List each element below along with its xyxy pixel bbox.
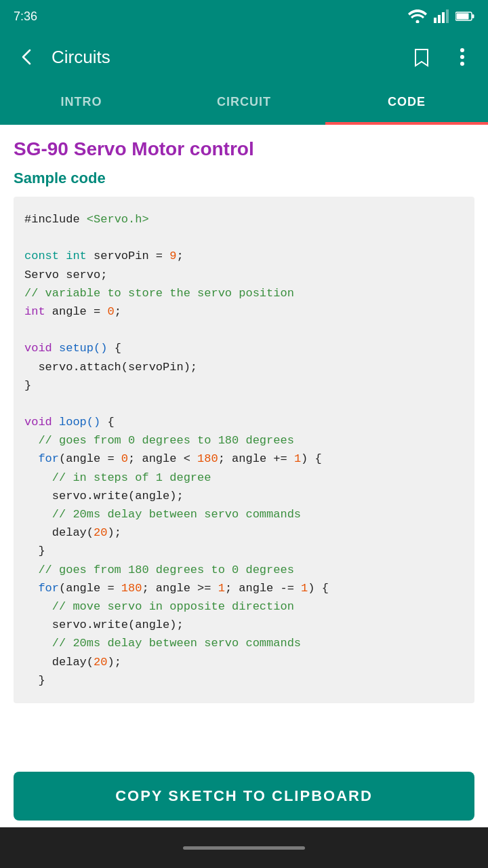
bottom-indicator — [183, 846, 305, 850]
code-line-12: void loop() { — [24, 413, 464, 431]
code-line-5: // variable to store the servo position — [24, 284, 464, 302]
svg-point-9 — [460, 55, 464, 59]
code-line-25: delay(20); — [24, 653, 464, 671]
code-line-6: int angle = 0; — [24, 302, 464, 321]
copy-button-container: COPY SKETCH TO CLIPBOARD — [0, 765, 488, 827]
status-bar-left: 7:36 — [14, 9, 37, 24]
code-line-3: const int servoPin = 9; — [24, 247, 464, 265]
battery-icon — [455, 11, 474, 22]
app-bar-title: Circuits — [52, 47, 396, 68]
bottom-bar — [0, 827, 488, 868]
code-line-4: Servo servo; — [24, 266, 464, 284]
status-bar-right — [408, 9, 474, 23]
code-line-22: // move servo in opposite direction — [24, 597, 464, 616]
status-bar: 7:36 — [0, 0, 488, 33]
wifi-icon — [408, 9, 427, 23]
svg-rect-2 — [438, 15, 441, 23]
code-line-18: delay(20); — [24, 524, 464, 542]
bookmark-button[interactable] — [407, 42, 436, 72]
copy-sketch-button[interactable]: COPY SKETCH TO CLIPBOARD — [14, 772, 474, 821]
code-line-15: // in steps of 1 degree — [24, 469, 464, 487]
svg-point-0 — [416, 20, 420, 24]
code-line-8: void setup() { — [24, 339, 464, 357]
code-line-10: } — [24, 376, 464, 395]
app-bar: Circuits — [0, 33, 488, 81]
code-line-9: servo.attach(servoPin); — [24, 358, 464, 376]
code-line-23: servo.write(angle); — [24, 616, 464, 634]
svg-point-10 — [460, 62, 464, 66]
more-options-button[interactable] — [447, 42, 477, 72]
time-display: 7:36 — [14, 9, 37, 24]
svg-rect-4 — [446, 9, 449, 23]
svg-rect-1 — [434, 18, 436, 23]
code-block: #include <Servo.h> const int servoPin = … — [14, 197, 474, 703]
code-line-17: // 20ms delay between servo commands — [24, 505, 464, 524]
section-title: Sample code — [14, 170, 474, 187]
tab-code[interactable]: CODE — [325, 81, 488, 123]
svg-rect-3 — [442, 12, 445, 23]
back-button[interactable] — [11, 42, 41, 72]
svg-point-8 — [460, 48, 464, 52]
code-line-26: } — [24, 671, 464, 690]
code-line-13: // goes from 0 degrees to 180 degrees — [24, 431, 464, 450]
svg-rect-7 — [472, 14, 474, 18]
page-title: SG-90 Servo Motor control — [14, 138, 474, 160]
code-line-1: #include <Servo.h> — [24, 210, 464, 229]
code-line-21: for(angle = 180; angle >= 1; angle -= 1)… — [24, 579, 464, 597]
code-line-20: // goes from 180 degrees to 0 degrees — [24, 561, 464, 579]
code-line-24: // 20ms delay between servo commands — [24, 634, 464, 652]
signal-icon — [434, 9, 449, 23]
tab-circuit[interactable]: CIRCUIT — [163, 81, 325, 123]
code-line-19: } — [24, 542, 464, 560]
main-content: SG-90 Servo Motor control Sample code #i… — [0, 125, 488, 805]
tab-intro[interactable]: INTRO — [0, 81, 163, 123]
code-line-16: servo.write(angle); — [24, 487, 464, 505]
svg-rect-6 — [457, 14, 469, 20]
tabs-bar: INTRO CIRCUIT CODE — [0, 81, 488, 125]
code-line-14: for(angle = 0; angle < 180; angle += 1) … — [24, 450, 464, 468]
